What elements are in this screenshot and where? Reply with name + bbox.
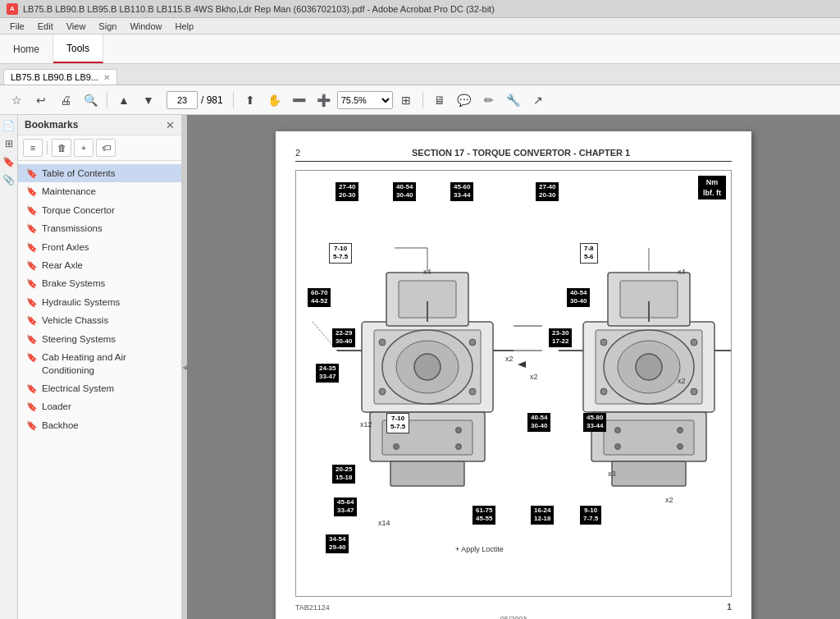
pdf-page-number: 2 [295, 148, 300, 158]
print-button[interactable]: 🖨 [54, 89, 77, 111]
cursor-tool-button[interactable]: ⬆ [239, 89, 262, 111]
svg-rect-40 [612, 461, 686, 486]
svg-point-8 [469, 388, 476, 395]
pdf-footer-date: 05/2003 [295, 615, 732, 619]
spec-label-1: 27-4020-30 [336, 182, 358, 201]
side-icon-document[interactable]: 📄 [2, 118, 16, 133]
svg-point-30 [691, 339, 697, 346]
menu-sign[interactable]: Sign [92, 20, 123, 33]
bookmark-item-8[interactable]: 🔖Vehicle Chassis [18, 311, 181, 329]
bookmark-item-0[interactable]: 🔖Table of Contents [18, 164, 181, 182]
spec-label-18: 16-2412-18 [531, 506, 554, 525]
tools-btn2[interactable]: 🔧 [502, 89, 525, 111]
doc-tab[interactable]: LB75.B LB90.B LB9... ✕ [3, 69, 117, 85]
tab-tools[interactable]: Tools [53, 34, 103, 63]
tab-bar: LB75.B LB90.B LB9... ✕ [0, 64, 840, 85]
page-number-input[interactable]: 23 [167, 91, 198, 109]
spec-label-5: 7-105-7.5 [329, 243, 352, 264]
side-icon-bookmarks[interactable]: 🔖 [2, 154, 16, 169]
page-navigation: 23 / 981 [167, 91, 223, 109]
bookmark-icon-6: 🔖 [26, 277, 38, 290]
bm-delete-button[interactable]: 🗑 [52, 139, 71, 157]
back-button[interactable]: ↩ [30, 89, 52, 111]
bookmark-label-0: Table of Contents [42, 167, 116, 180]
bookmark-icon-8: 🔖 [26, 314, 38, 327]
bookmarks-close-button[interactable]: ✕ [166, 120, 175, 131]
bookmark-icon-7: 🔖 [26, 296, 38, 309]
bm-tag-button[interactable]: 🏷 [96, 139, 116, 157]
bookmark-icon-2: 🔖 [26, 204, 38, 217]
svg-point-18 [456, 428, 462, 433]
bookmark-item-6[interactable]: 🔖Brake Systems [18, 274, 181, 292]
pen-button[interactable]: ✏ [477, 89, 500, 111]
bookmark-item-2[interactable]: 🔖Torque Concertor [18, 201, 181, 219]
main-area: 📄 ⊞ 🔖 📎 Bookmarks ✕ ≡ 🗑 + 🏷 🔖Table of Co… [0, 115, 840, 619]
menu-edit[interactable]: Edit [31, 20, 60, 33]
pdf-view-area[interactable]: 2 SECTION 17 - TORQUE CONVERTOR - CHAPTE… [187, 115, 840, 619]
svg-text:x12: x12 [360, 420, 372, 429]
menu-view[interactable]: View [60, 20, 93, 33]
bm-add-button[interactable]: + [74, 139, 94, 157]
svg-point-29 [600, 339, 607, 346]
svg-text:x2: x2 [665, 496, 673, 504]
pdf-page-header: 2 SECTION 17 - TORQUE CONVERTOR - CHAPTE… [295, 148, 732, 162]
share-button[interactable]: ↗ [527, 89, 550, 111]
bookmarks-toolbar: ≡ 🗑 + 🏷 [18, 135, 181, 161]
bookmark-star-button[interactable]: ☆ [5, 89, 28, 111]
zoom-select[interactable]: 75.5% [337, 91, 393, 109]
bookmark-item-13[interactable]: 🔖Backhoe [18, 416, 181, 434]
title-bar-text: LB75.B LB90.B LB95.B LB110.B LB115.B 4WS… [23, 4, 495, 14]
bookmark-item-9[interactable]: 🔖Steering Systems [18, 330, 181, 348]
bookmark-icon-3: 🔖 [26, 222, 38, 235]
comment-button[interactable]: 💬 [453, 89, 476, 111]
pdf-footer: TAB21124 1 [295, 602, 732, 612]
toolbar: ☆ ↩ 🖨 🔍 ▲ ▼ 23 / 981 ⬆ ✋ ➖ ➕ 75.5% ⊞ 🖥 💬… [0, 85, 840, 115]
monitor-button[interactable]: 🖥 [428, 89, 451, 111]
bm-expand-button[interactable]: ≡ [23, 139, 43, 157]
pdf-diagram: Nmlbf. ft [295, 170, 732, 597]
bookmark-item-5[interactable]: 🔖Rear Axle [18, 256, 181, 274]
svg-text:x3: x3 [608, 470, 616, 478]
engine-diagram-svg: x4 x4 x2 x2 x2 x12 x14 x3 x2 [296, 171, 731, 596]
prev-page-button[interactable]: ▲ [112, 89, 135, 111]
bookmark-label-13: Backhoe [42, 419, 79, 432]
svg-point-19 [394, 444, 399, 450]
bookmark-item-1[interactable]: 🔖Maintenance [18, 182, 181, 200]
svg-point-5 [379, 339, 386, 346]
view-mode-button[interactable]: ⊞ [395, 89, 418, 111]
svg-rect-16 [390, 461, 464, 486]
bookmark-label-8: Vehicle Chassis [42, 314, 108, 327]
side-icon-attachments[interactable]: 📎 [2, 172, 16, 187]
bookmark-item-4[interactable]: 🔖Front Axles [18, 238, 181, 256]
pdf-footer-page: 1 [727, 602, 732, 612]
bookmark-item-3[interactable]: 🔖Transmissions [18, 219, 181, 237]
spec-label-4: 27-4020-30 [536, 182, 559, 201]
bookmark-item-10[interactable]: 🔖Cab Heating and Air Conditioning [18, 348, 181, 379]
menu-window[interactable]: Window [123, 20, 168, 33]
bookmark-item-11[interactable]: 🔖Electrical System [18, 379, 181, 397]
menu-help[interactable]: Help [169, 20, 201, 33]
zoom-in-btn2[interactable]: ➕ [313, 89, 336, 111]
zoom-out-button[interactable]: ➖ [288, 89, 311, 111]
bookmark-item-7[interactable]: 🔖Hydraulic Systems [18, 293, 181, 311]
bookmark-icon-13: 🔖 [26, 420, 38, 432]
tab-home[interactable]: Home [0, 34, 53, 63]
pdf-page: 2 SECTION 17 - TORQUE CONVERTOR - CHAPTE… [276, 131, 751, 619]
menu-file[interactable]: File [3, 20, 31, 33]
next-page-button[interactable]: ▼ [137, 89, 160, 111]
spec-label-8: 40-5430-40 [567, 288, 590, 307]
bookmark-label-10: Cab Heating and Air Conditioning [42, 351, 176, 377]
bookmark-label-12: Loader [42, 400, 71, 413]
bookmark-item-12[interactable]: 🔖Loader [18, 397, 181, 415]
bookmark-icon-4: 🔖 [26, 241, 38, 254]
svg-point-31 [600, 388, 607, 395]
svg-point-32 [691, 388, 697, 395]
doc-tab-close[interactable]: ✕ [103, 73, 110, 82]
zoom-in-button[interactable]: 🔍 [79, 89, 102, 111]
spec-label-10: 23-3017-22 [549, 328, 572, 347]
hand-tool-button[interactable]: ✋ [263, 89, 286, 111]
bookmark-label-9: Steering Systems [42, 332, 116, 346]
svg-point-6 [469, 339, 476, 346]
side-icon-pages[interactable]: ⊞ [2, 136, 16, 151]
spec-label-9: 22-2930-40 [332, 328, 355, 347]
